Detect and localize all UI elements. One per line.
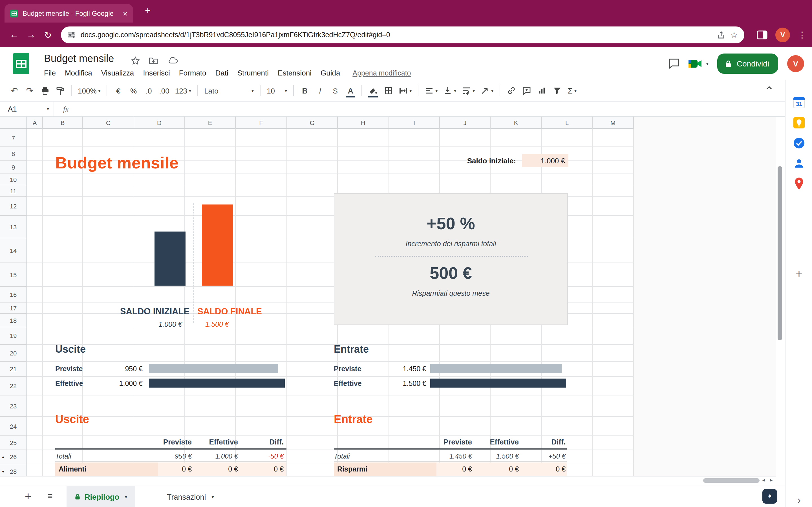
expand-side-panel-icon[interactable]: › [785, 491, 812, 507]
select-all-corner[interactable] [0, 117, 27, 129]
row-header-18[interactable]: 18 [0, 314, 27, 327]
vertical-align-button[interactable]: ▾ [441, 83, 458, 98]
tasks-icon[interactable] [785, 134, 812, 152]
menu-strumenti[interactable]: Strumenti [233, 68, 273, 78]
row-header-14[interactable]: 14 [0, 238, 27, 263]
italic-button[interactable]: I [313, 83, 327, 98]
column-header-E[interactable]: E [185, 117, 236, 129]
add-addon-icon[interactable]: + [785, 265, 812, 283]
row-header-25[interactable]: 25 [0, 436, 27, 450]
row-header-24[interactable]: 24 [0, 417, 27, 436]
zoom-select[interactable]: 100%▾ [75, 83, 103, 98]
tab-close-icon[interactable]: × [123, 9, 128, 17]
text-color-button[interactable]: A [343, 83, 357, 98]
last-edit-status[interactable]: Appena modificato [352, 69, 411, 77]
paint-format-icon[interactable] [53, 83, 67, 98]
column-header-F[interactable]: F [236, 117, 287, 129]
sheet-tab2-caret-icon[interactable]: ▾ [212, 494, 214, 499]
filter-icon[interactable] [550, 83, 564, 98]
text-rotation-button[interactable]: ▾ [478, 83, 496, 98]
borders-button[interactable] [381, 83, 395, 98]
explore-button[interactable]: ✦ [762, 489, 777, 504]
tune-icon[interactable] [68, 31, 75, 39]
menu-guida[interactable]: Guida [316, 68, 345, 78]
column-header-M[interactable]: M [593, 117, 634, 129]
row-header-16[interactable]: 16 [0, 287, 27, 302]
column-header-K[interactable]: K [491, 117, 542, 129]
forward-icon[interactable]: → [22, 30, 40, 40]
row-header-15[interactable]: 15 [0, 263, 27, 287]
menu-visualizza[interactable]: Visualizza [97, 68, 139, 78]
row-group-toggle-icon[interactable]: ▲ [1, 455, 5, 459]
bold-button[interactable]: B [298, 83, 312, 98]
new-tab-button[interactable]: + [141, 5, 154, 16]
font-size-select[interactable]: 10▾ [264, 83, 289, 98]
comment-history-icon[interactable] [668, 58, 680, 69]
document-title[interactable]: Budget mensile [44, 53, 114, 65]
sheet-tab-transazioni[interactable]: Transazioni ▾ [159, 486, 222, 507]
side-panel-icon[interactable] [757, 31, 767, 40]
text-wrap-button[interactable]: ▾ [460, 83, 477, 98]
column-header-G[interactable]: G [287, 117, 338, 129]
format-currency-button[interactable]: € [111, 83, 125, 98]
insert-comment-icon[interactable] [519, 83, 534, 98]
row-header-21[interactable]: 21 [0, 362, 27, 377]
functions-button[interactable]: Σ▾ [565, 83, 579, 98]
decrease-decimal-button[interactable]: .0 [142, 83, 156, 98]
contacts-icon[interactable] [785, 154, 812, 172]
row-header-17[interactable]: 17 [0, 302, 27, 314]
row-header-7[interactable]: 7 [0, 129, 27, 147]
column-header-D[interactable]: D [134, 117, 185, 129]
browser-profile-avatar[interactable]: V [775, 27, 790, 42]
merge-cells-button[interactable]: ▾ [396, 83, 414, 98]
menu-modifica[interactable]: Modifica [60, 68, 97, 78]
row-group-toggle-icon[interactable]: ▼ [1, 469, 5, 473]
row-header-19[interactable]: 19 [0, 327, 27, 345]
row-header-10[interactable]: 10 [0, 174, 27, 185]
row-header-8[interactable]: 8 [0, 147, 27, 161]
vertical-scrollbar-thumb[interactable] [777, 166, 782, 340]
horizontal-align-button[interactable]: ▾ [422, 83, 440, 98]
row-header-23[interactable]: 23 [0, 395, 27, 417]
insert-link-icon[interactable] [504, 83, 518, 98]
row-header-26[interactable]: 26▲ [0, 450, 27, 464]
sheet-canvas[interactable]: Budget mensile Saldo iniziale: 1.000 € S… [27, 129, 634, 476]
row-header-20[interactable]: 20 [0, 345, 27, 362]
column-header-L[interactable]: L [542, 117, 593, 129]
horizontal-scrollbar-thumb[interactable] [703, 478, 760, 483]
share-button[interactable]: Condividi [718, 54, 778, 74]
more-formats-button[interactable]: 123▾ [173, 83, 193, 98]
menu-inserisci[interactable]: Inserisci [139, 68, 174, 78]
browser-tab[interactable]: Budget mensile - Fogli Google × [4, 4, 133, 22]
scroll-right-icon[interactable]: ▸ [768, 477, 775, 483]
menu-formato[interactable]: Formato [174, 68, 211, 78]
vertical-scrollbar[interactable] [777, 129, 783, 476]
column-header-B[interactable]: B [43, 117, 83, 129]
cloud-status-icon[interactable] [168, 56, 178, 66]
share-page-icon[interactable] [718, 31, 725, 39]
menu-dati[interactable]: Dati [211, 68, 233, 78]
name-box[interactable]: A1▾ [0, 102, 54, 116]
url-bar[interactable]: docs.google.com/spreadsheets/d/1jT3bR91v… [61, 26, 744, 43]
maps-icon[interactable] [785, 175, 812, 193]
bookmark-star-icon[interactable]: ☆ [730, 31, 738, 40]
row-header-22[interactable]: 22 [0, 377, 27, 395]
star-document-icon[interactable] [131, 56, 140, 68]
sheet-tab-caret-icon[interactable]: ▾ [125, 494, 127, 499]
column-header-I[interactable]: I [389, 117, 440, 129]
column-header-C[interactable]: C [83, 117, 134, 129]
browser-menu-icon[interactable]: ⋮ [798, 30, 806, 40]
row-header-13[interactable]: 13 [0, 216, 27, 238]
menu-estensioni[interactable]: Estensioni [273, 68, 316, 78]
reload-icon[interactable]: ↻ [40, 30, 56, 40]
back-icon[interactable]: ← [6, 30, 22, 40]
print-icon[interactable] [38, 83, 52, 98]
strikethrough-button[interactable]: S [328, 83, 342, 98]
increase-decimal-button[interactable]: .00 [157, 83, 172, 98]
sheet-tab-riepilogo[interactable]: Riepilogo ▾ [66, 486, 135, 507]
all-sheets-icon[interactable]: ≡ [47, 491, 53, 501]
row-header-11[interactable]: 11 [0, 185, 27, 196]
calendar-icon[interactable]: 31 [785, 94, 812, 112]
format-percent-button[interactable]: % [126, 83, 141, 98]
scroll-left-icon[interactable]: ◂ [760, 477, 767, 483]
